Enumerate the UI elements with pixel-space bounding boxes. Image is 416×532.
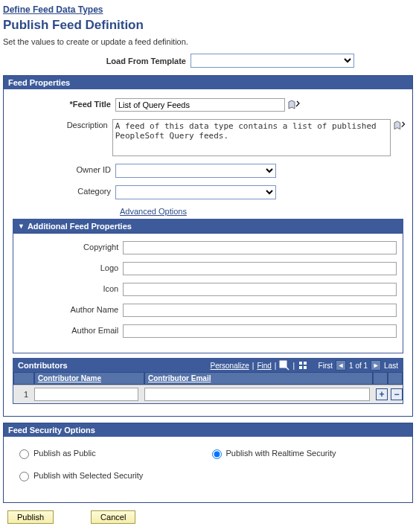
- grid-personalize-link[interactable]: Personalize: [211, 362, 249, 370]
- author-name-input[interactable]: [123, 304, 397, 317]
- publish-button[interactable]: Publish: [7, 510, 54, 524]
- author-name-label: Author Name: [19, 304, 123, 314]
- svg-rect-4: [304, 366, 307, 369]
- contributors-header: Contributors: [18, 361, 68, 370]
- col-contributor-name[interactable]: Contributor Name: [34, 372, 144, 385]
- logo-input[interactable]: [123, 262, 397, 275]
- svg-rect-1: [299, 362, 302, 365]
- zoom-icon[interactable]: [279, 360, 289, 371]
- spellcheck-icon[interactable]: [394, 121, 405, 131]
- icon-input[interactable]: [123, 283, 397, 296]
- load-template-label: Load From Template: [3, 57, 191, 65]
- feed-security-header: Feed Security Options: [4, 423, 412, 437]
- svg-rect-2: [304, 362, 307, 365]
- security-selected-option[interactable]: Publish with Selected Security: [16, 469, 208, 481]
- security-public-label: Publish as Public: [33, 449, 96, 458]
- author-email-label: Author Email: [19, 324, 123, 335]
- category-label: Category: [11, 185, 115, 196]
- logo-label: Logo: [19, 262, 123, 272]
- grid-first-label[interactable]: First: [319, 362, 333, 370]
- copyright-label: Copyright: [19, 241, 123, 251]
- download-icon[interactable]: [298, 360, 308, 371]
- collapse-icon: ▼: [18, 222, 25, 230]
- load-template-select[interactable]: [191, 54, 354, 68]
- feed-properties-section: Feed Properties Feed Title Description A…: [3, 75, 413, 417]
- security-selected-radio[interactable]: [19, 472, 29, 481]
- remove-row-button[interactable]: −: [391, 388, 403, 400]
- page-subtitle: Set the values to create or update a fee…: [3, 37, 413, 54]
- description-label: Description: [11, 119, 112, 129]
- page-title: Publish Feed Definition: [3, 16, 413, 37]
- contributor-email-input[interactable]: [144, 388, 370, 401]
- contributor-name-input[interactable]: [34, 388, 138, 401]
- col-contributor-email[interactable]: Contributor Email: [144, 372, 373, 385]
- svg-rect-3: [299, 366, 302, 369]
- grid-next-button[interactable]: ►: [371, 360, 381, 371]
- feed-security-section: Feed Security Options Publish as Public …: [3, 423, 413, 503]
- author-email-input[interactable]: [123, 324, 397, 338]
- additional-properties-header[interactable]: ▼ Additional Feed Properties: [13, 219, 403, 234]
- row-number: 1: [13, 388, 31, 401]
- spellcheck-icon[interactable]: [288, 100, 300, 110]
- additional-properties-section: ▼ Additional Feed Properties Copyright L…: [13, 219, 403, 353]
- contributors-grid: Contributors Personalize | Find | | Firs…: [13, 358, 403, 404]
- grid-find-link[interactable]: Find: [257, 362, 271, 370]
- table-row: 1 + −: [13, 385, 403, 403]
- icon-label: Icon: [19, 283, 123, 293]
- security-realtime-label: Publish with Realtime Security: [226, 449, 336, 458]
- grid-range-label: 1 of 1: [349, 362, 368, 370]
- owner-id-select[interactable]: [115, 164, 276, 178]
- grid-last-label[interactable]: Last: [384, 362, 398, 370]
- category-select[interactable]: [115, 185, 276, 199]
- copyright-input[interactable]: [123, 241, 397, 254]
- security-selected-label: Publish with Selected Security: [33, 471, 143, 480]
- security-public-option[interactable]: Publish as Public: [16, 447, 208, 459]
- advanced-options-link[interactable]: Advanced Options: [120, 207, 187, 216]
- cancel-button[interactable]: Cancel: [91, 510, 135, 524]
- grid-prev-button[interactable]: ◄: [336, 360, 346, 371]
- additional-properties-title: Additional Feed Properties: [28, 222, 132, 231]
- security-realtime-option[interactable]: Publish with Realtime Security: [208, 447, 401, 459]
- feed-title-input[interactable]: [115, 98, 285, 112]
- add-row-button[interactable]: +: [376, 388, 388, 400]
- owner-id-label: Owner ID: [11, 164, 115, 174]
- breadcrumb[interactable]: Define Feed Data Types: [3, 3, 413, 16]
- svg-rect-0: [280, 361, 287, 368]
- feed-title-label: Feed Title: [11, 98, 115, 109]
- security-public-radio[interactable]: [19, 449, 29, 459]
- security-realtime-radio[interactable]: [212, 449, 222, 459]
- feed-properties-header: Feed Properties: [4, 76, 412, 89]
- description-textarea[interactable]: A feed of this data type contains a list…: [112, 119, 391, 156]
